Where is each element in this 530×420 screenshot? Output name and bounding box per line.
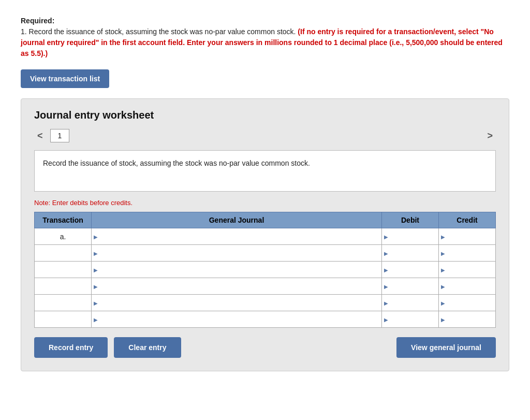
table-row: a. [35, 228, 496, 245]
table-row [35, 262, 496, 278]
description-box: Record the issuance of stock, assuming t… [34, 150, 496, 192]
credit-input-1[interactable] [439, 228, 495, 244]
transaction-cell-4 [35, 278, 92, 295]
record-entry-button[interactable]: Record entry [34, 337, 108, 358]
required-text-black: 1. Record the issuance of stock, assumin… [21, 27, 298, 36]
table-row [35, 245, 496, 262]
header-transaction: Transaction [35, 212, 92, 228]
header-general-journal: General Journal [92, 212, 382, 228]
debit-input-3[interactable] [382, 262, 438, 278]
transaction-cell-5 [35, 295, 92, 311]
credit-input-2[interactable] [439, 245, 495, 261]
general-journal-input-3[interactable] [92, 262, 381, 278]
page-number-box: 1 [50, 129, 70, 142]
debit-cell-4[interactable] [382, 278, 439, 295]
general-journal-cell-2[interactable] [92, 245, 382, 262]
credit-cell-6[interactable] [439, 311, 496, 328]
general-journal-input-2[interactable] [92, 245, 381, 261]
table-row [35, 295, 496, 311]
general-journal-cell-3[interactable] [92, 262, 382, 278]
table-row [35, 311, 496, 328]
required-section: Required: 1. Record the issuance of stoc… [21, 16, 509, 59]
credit-cell-3[interactable] [439, 262, 496, 278]
debit-input-4[interactable] [382, 278, 438, 294]
worksheet-title: Journal entry worksheet [34, 109, 496, 121]
credit-cell-2[interactable] [439, 245, 496, 262]
table-row [35, 278, 496, 295]
credit-cell-5[interactable] [439, 295, 496, 311]
transaction-cell-3 [35, 262, 92, 278]
required-label: Required: [21, 17, 54, 25]
credit-input-4[interactable] [439, 278, 495, 294]
nav-row: < 1 > [34, 129, 496, 142]
journal-table: Transaction General Journal Debit Credit… [34, 212, 496, 328]
transaction-cell-6 [35, 311, 92, 328]
worksheet-container: Journal entry worksheet < 1 > Record the… [21, 98, 509, 371]
clear-entry-button[interactable]: Clear entry [114, 337, 181, 358]
view-transaction-button[interactable]: View transaction list [21, 69, 109, 88]
header-debit: Debit [382, 212, 439, 228]
credit-input-3[interactable] [439, 262, 495, 278]
general-journal-input-6[interactable] [92, 311, 381, 327]
note-text: Note: Enter debits before credits. [34, 199, 496, 207]
transaction-cell-1: a. [35, 228, 92, 245]
transaction-cell-2 [35, 245, 92, 262]
credit-cell-4[interactable] [439, 278, 496, 295]
header-credit: Credit [439, 212, 496, 228]
general-journal-cell-1[interactable] [92, 228, 382, 245]
general-journal-cell-6[interactable] [92, 311, 382, 328]
debit-input-1[interactable] [382, 228, 438, 244]
view-general-journal-button[interactable]: View general journal [396, 337, 496, 358]
general-journal-input-5[interactable] [92, 295, 381, 311]
debit-input-6[interactable] [382, 311, 438, 327]
debit-input-2[interactable] [382, 245, 438, 261]
next-page-button[interactable]: > [484, 129, 496, 142]
debit-input-5[interactable] [382, 295, 438, 311]
debit-cell-1[interactable] [382, 228, 439, 245]
nav-left: < 1 [34, 129, 69, 142]
description-text: Record the issuance of stock, assuming t… [43, 159, 310, 167]
debit-cell-5[interactable] [382, 295, 439, 311]
debit-cell-6[interactable] [382, 311, 439, 328]
prev-page-button[interactable]: < [34, 129, 46, 142]
credit-input-5[interactable] [439, 295, 495, 311]
general-journal-input-1[interactable] [92, 228, 381, 244]
credit-input-6[interactable] [439, 311, 495, 327]
general-journal-cell-4[interactable] [92, 278, 382, 295]
general-journal-cell-5[interactable] [92, 295, 382, 311]
bottom-buttons: Record entry Clear entry View general jo… [34, 337, 496, 358]
general-journal-input-4[interactable] [92, 278, 381, 294]
debit-cell-2[interactable] [382, 245, 439, 262]
debit-cell-3[interactable] [382, 262, 439, 278]
credit-cell-1[interactable] [439, 228, 496, 245]
table-header-row: Transaction General Journal Debit Credit [35, 212, 496, 228]
